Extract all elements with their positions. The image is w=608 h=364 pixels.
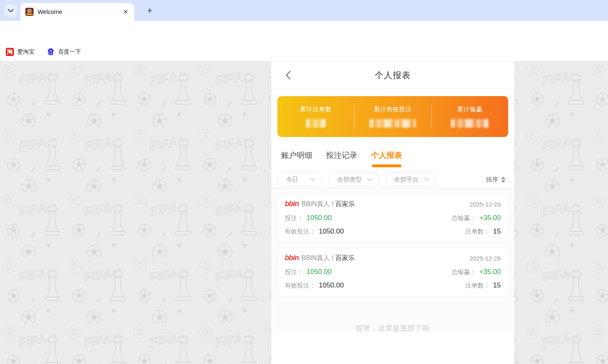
record-game: 百家乐 [335,200,355,209]
sort-button[interactable]: 排序 [486,176,505,184]
bet-count-label: 注单数： [465,282,490,290]
chevron-down-icon [310,178,315,181]
record-header-row: bbin BBIN真人 / 百家乐 2025-12-26 [285,254,501,263]
chevron-down-icon [8,9,14,13]
tab-label: 账户明细 [281,150,312,161]
type-filter-dropdown[interactable]: 全部类型 [329,172,379,187]
stat-valid-bet-amount: 累计有效投注 [354,106,431,128]
record-platform: BBIN真人 / [302,254,333,263]
winloss-value: +35.00 [480,268,501,276]
panel-header: 个人报表 [271,61,514,89]
tab-bet-records[interactable]: 投注记录 [326,150,357,167]
bookmarks-bar: 淘 爱淘宝 百度一下 [0,43,608,61]
tab-title: Welcome [38,9,122,15]
record-valid-row: 有效投注： 1050.00 注单数： 15 [285,281,501,290]
browser-tab-strip: Welcome ✕ + [0,0,608,21]
back-chevron-button[interactable] [283,70,293,81]
stat-total-bets: 累计注单数 [277,106,354,128]
bet-count-value: 15 [493,227,501,236]
bookmark-baidu[interactable]: 百度一下 [47,48,81,56]
stat-label: 累计注单数 [300,106,332,113]
valid-bet-label: 有效投注： [285,228,315,236]
masked-value [451,119,489,128]
browser-window: Welcome ✕ + 175616.c [0,0,608,364]
bookmark-aitaobao[interactable]: 淘 爱淘宝 [6,48,34,56]
site-favicon [25,8,34,16]
tab-underline [282,164,311,167]
record-valid-row: 有效投注： 1050.00 注单数： 15 [285,227,501,236]
chevron-left-icon [286,71,290,80]
chevron-down-icon [367,178,372,181]
winloss-label: 总输赢： [452,268,476,276]
bet-value: 1050.00 [306,268,331,276]
bet-count-label: 注单数： [465,228,490,236]
date-filter-dropdown[interactable]: 今日 [277,172,322,187]
stat-label: 累计输赢 [457,106,482,113]
bookmark-label: 爱淘宝 [17,48,34,56]
tab-account-detail[interactable]: 账户明细 [281,150,312,167]
platform-filter-dropdown[interactable]: 全部平台 [385,172,436,187]
sort-arrows-icon [501,177,505,183]
record-bet-row: 投注： 1050.00 总输赢： +35.00 [285,214,501,222]
tab-underline [327,164,356,167]
taobao-icon: 淘 [6,48,14,56]
tab-personal-report[interactable]: 个人报表 [371,150,402,167]
masked-value [306,119,326,128]
record-bet-row: 投注： 1050.00 总输赢： +35.00 [285,268,501,276]
bet-label: 投注： [285,214,303,222]
record-date: 2025-12-26 [469,201,501,208]
browser-toolbar: 175616.cc/reports/index?tab=1 [0,21,608,43]
stat-total-winloss: 累计输赢 [432,106,508,128]
record-header-row: bbin BBIN真人 / 百家乐 2025-12-26 [285,200,501,209]
summary-stats-card: 累计注单数 累计有效投注 累计输赢 [277,96,508,137]
tab-label: 个人报表 [371,150,402,161]
bookmark-label: 百度一下 [58,48,81,56]
end-of-list-message: 哎呀，这里是底部了啦 [271,311,514,333]
tab-underline [372,164,401,167]
chevron-down-icon [424,178,429,181]
dropdown-value: 全部类型 [337,176,362,184]
bet-label: 投注： [285,268,303,276]
tab-label: 投注记录 [326,150,357,161]
bbin-logo: bbin [285,200,299,208]
valid-bet-value: 1050.00 [319,227,344,236]
valid-bet-label: 有效投注： [285,282,315,290]
report-list: bbin BBIN真人 / 百家乐 2025-12-26 投注： 1050.00… [271,189,514,311]
winloss-value: +35.00 [480,214,501,222]
new-tab-button[interactable]: + [144,5,155,16]
record-game: 百家乐 [335,254,355,263]
valid-bet-value: 1050.00 [319,281,344,290]
bet-value: 1050.00 [306,214,331,222]
record-platform: BBIN真人 / [302,200,333,209]
stat-label: 累计有效投注 [374,106,412,113]
report-list-item[interactable]: bbin BBIN真人 / 百家乐 2025-12-26 投注： 1050.00… [277,247,508,297]
report-list-item[interactable]: bbin BBIN真人 / 百家乐 2025-12-26 投注： 1050.00… [277,193,508,243]
bet-count-value: 15 [493,281,501,290]
section-tabs: 账户明细 投注记录 个人报表 [271,137,514,167]
page-title: 个人报表 [375,70,411,81]
filter-bar: 今日 全部类型 全部平台 排序 [271,167,514,189]
record-date: 2025-12-26 [469,255,501,262]
tab-close-icon[interactable]: ✕ [122,8,129,16]
report-panel: 个人报表 累计注单数 累计有效投注 累计输赢 账户明细 [271,61,514,364]
browser-tab-welcome[interactable]: Welcome ✕ [20,3,134,21]
sort-label: 排序 [486,176,498,184]
dropdown-value: 全部平台 [394,176,419,184]
winloss-label: 总输赢： [452,214,476,222]
bbin-logo: bbin [285,254,299,262]
masked-value [369,119,416,128]
tab-search-button[interactable] [5,4,17,17]
dropdown-value: 今日 [286,176,298,184]
baidu-paw-icon [47,48,55,56]
